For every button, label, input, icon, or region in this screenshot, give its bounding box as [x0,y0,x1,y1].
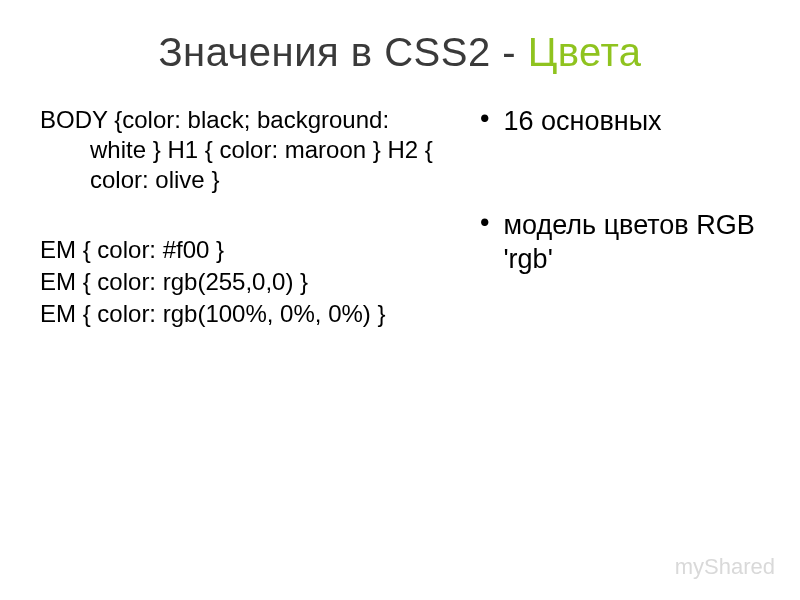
bullet-item: • модель цветов RGB 'rgb' [480,209,760,277]
right-column: • 16 основных • модель цветов RGB 'rgb' [480,105,760,346]
code-line-em-rgb: EM { color: rgb(255,0,0) } [40,267,450,297]
code-line-em-hex: EM { color: #f00 } [40,235,450,265]
bullet-marker-icon: • [480,209,489,277]
bullet-item: • 16 основных [480,105,760,139]
title-prefix: Значения в CSS2 - [158,30,527,74]
slide-title: Значения в CSS2 - Цвета [40,30,760,75]
bullet-text: модель цветов RGB 'rgb' [503,209,760,277]
watermark: myShared [675,554,775,580]
bullet-marker-icon: • [480,105,489,139]
code-line-em-rgb-pct: EM { color: rgb(100%, 0%, 0%) } [40,299,450,329]
title-highlight: Цвета [528,30,642,74]
slide: Значения в CSS2 - Цвета BODY {color: bla… [0,0,800,600]
code-block-body: BODY {color: black; background: white } … [40,105,450,195]
left-column: BODY {color: black; background: white } … [40,105,450,346]
bullet-text: 16 основных [503,105,760,139]
content-area: BODY {color: black; background: white } … [40,105,760,346]
